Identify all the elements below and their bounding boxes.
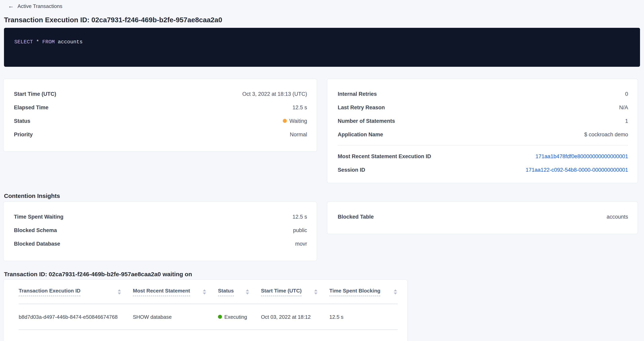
elapsed-time-label: Elapsed Time	[14, 104, 48, 110]
field-number-of-statements: Number of Statements 1	[338, 114, 628, 128]
session-id-label: Session ID	[338, 167, 365, 173]
sql-keyword: SELECT	[14, 39, 33, 45]
active-transaction-details-page: ← Active Transactions Transaction Execut…	[0, 0, 644, 341]
status-label: Status	[14, 118, 30, 124]
column-header-label[interactable]: Most Recent Statement	[133, 288, 190, 296]
time-spent-waiting-label: Time Spent Waiting	[14, 214, 64, 220]
sort-icon[interactable]	[203, 289, 206, 294]
field-priority: Priority Normal	[14, 128, 307, 141]
cell-start-time: Oct 03, 2022 at 18:12	[261, 314, 329, 320]
field-elapsed-time: Elapsed Time 12.5 s	[14, 100, 307, 114]
blocked-database-value: movr	[295, 241, 307, 247]
number-of-statements-value: 1	[625, 118, 628, 124]
sql-statement: SELECT * FROM accounts	[14, 39, 82, 45]
start-time-value: Oct 3, 2022 at 18:13 (UTC)	[242, 91, 307, 97]
last-retry-reason-label: Last Retry Reason	[338, 104, 385, 110]
blocked-schema-label: Blocked Schema	[14, 227, 57, 233]
blocked-table-card: Blocked Table accounts	[327, 202, 638, 234]
column-header-label[interactable]: Time Spent Blocking	[329, 288, 380, 296]
field-last-retry-reason: Last Retry Reason N/A	[338, 100, 628, 114]
column-header-label[interactable]: Start Time (UTC)	[261, 288, 302, 296]
cell-most-recent-statement: SHOW database	[133, 314, 218, 320]
transaction-meta-card: Internal Retries 0 Last Retry Reason N/A…	[327, 79, 638, 183]
field-session-id: Session ID 171aa122-c092-54b8-0000-00000…	[338, 163, 628, 176]
status-executing-dot-icon	[218, 315, 222, 319]
waiting-on-table-card: Transaction Execution ID Most Recent Sta…	[3, 279, 408, 341]
transaction-timing-card: Start Time (UTC) Oct 3, 2022 at 18:13 (U…	[3, 79, 317, 152]
column-header-label[interactable]: Status	[218, 288, 234, 296]
sql-keyword: FROM	[42, 39, 54, 45]
start-time-label: Start Time (UTC)	[14, 91, 56, 97]
blocked-table-label: Blocked Table	[338, 214, 374, 220]
field-status: Status Waiting	[14, 114, 307, 128]
last-retry-reason-value: N/A	[619, 104, 628, 110]
back-arrow-icon: ←	[8, 3, 14, 9]
blocked-database-label: Blocked Database	[14, 241, 60, 247]
waiting-on-heading: Transaction ID: 02ca7931-f246-469b-b2fe-…	[4, 270, 644, 278]
elapsed-time-value: 12.5 s	[292, 104, 307, 110]
status-text: Executing	[224, 314, 247, 320]
back-link-label: Active Transactions	[18, 3, 62, 9]
blocked-schema-value: public	[293, 227, 307, 233]
field-blocked-database: Blocked Database movr	[14, 237, 307, 250]
application-name-value: $ cockroach demo	[584, 131, 628, 137]
session-id-link[interactable]: 171aa122-c092-54b8-0000-000000000001	[526, 167, 628, 173]
field-internal-retries: Internal Retries 0	[338, 87, 628, 100]
column-header-status[interactable]: Status	[218, 288, 261, 296]
transaction-details-cards: Start Time (UTC) Oct 3, 2022 at 18:13 (U…	[3, 79, 638, 183]
sort-icon[interactable]	[118, 289, 121, 294]
cell-status: Executing	[218, 314, 261, 320]
contention-insights-cards: Time Spent Waiting 12.5 s Blocked Schema…	[3, 202, 638, 261]
field-time-spent-waiting: Time Spent Waiting 12.5 s	[14, 210, 307, 223]
blocked-table-value: accounts	[606, 214, 628, 220]
contention-waiting-card: Time Spent Waiting 12.5 s Blocked Schema…	[3, 202, 317, 261]
cell-transaction-execution-id: b8d7d03a-d497-446b-8474-e50846674768	[19, 314, 133, 320]
cell-time-spent-blocking: 12.5 s	[329, 314, 398, 320]
field-blocked-schema: Blocked Schema public	[14, 223, 307, 237]
internal-retries-label: Internal Retries	[338, 91, 377, 97]
topbar: ← Active Transactions	[0, 0, 644, 9]
status-value: Waiting	[283, 118, 307, 124]
table-row: b8d7d03a-d497-446b-8474-e50846674768 SHO…	[19, 304, 398, 330]
time-spent-waiting-value: 12.5 s	[292, 214, 307, 220]
sql-statement-box: SELECT * FROM accounts	[4, 28, 640, 67]
field-application-name: Application Name $ cockroach demo	[338, 128, 628, 141]
field-blocked-table: Blocked Table accounts	[338, 210, 628, 223]
column-header-time-spent-blocking[interactable]: Time Spent Blocking	[329, 288, 398, 296]
sort-icon[interactable]	[394, 289, 397, 294]
waiting-on-table: Transaction Execution ID Most Recent Sta…	[4, 280, 407, 330]
back-to-active-transactions-link[interactable]: ← Active Transactions	[8, 3, 62, 9]
statement-execution-id-link[interactable]: 171aa1b478fdf0e80000000000000001	[536, 153, 628, 159]
contention-insights-heading: Contention Insights	[4, 192, 644, 200]
status-text: Waiting	[290, 118, 307, 124]
internal-retries-value: 0	[625, 91, 628, 97]
card-divider	[338, 145, 628, 145]
sql-table-name: accounts	[55, 39, 82, 45]
sql-text: *	[33, 39, 42, 45]
sort-icon[interactable]	[246, 289, 249, 294]
application-name-label: Application Name	[338, 131, 383, 137]
page-title: Transaction Execution ID: 02ca7931-f246-…	[4, 15, 640, 24]
field-most-recent-statement-execution-id: Most Recent Statement Execution ID 171aa…	[338, 149, 628, 163]
priority-label: Priority	[14, 131, 33, 137]
status-waiting-dot-icon	[283, 119, 287, 123]
column-header-most-recent-statement[interactable]: Most Recent Statement	[133, 288, 218, 296]
table-header-row: Transaction Execution ID Most Recent Sta…	[19, 280, 398, 304]
column-header-label[interactable]: Transaction Execution ID	[19, 288, 80, 296]
sort-icon[interactable]	[314, 289, 318, 294]
column-header-transaction-execution-id[interactable]: Transaction Execution ID	[19, 288, 133, 296]
statement-execution-id-label: Most Recent Statement Execution ID	[338, 153, 431, 159]
column-header-start-time[interactable]: Start Time (UTC)	[261, 288, 329, 296]
number-of-statements-label: Number of Statements	[338, 118, 395, 124]
priority-value: Normal	[290, 131, 307, 137]
field-start-time: Start Time (UTC) Oct 3, 2022 at 18:13 (U…	[14, 87, 307, 100]
